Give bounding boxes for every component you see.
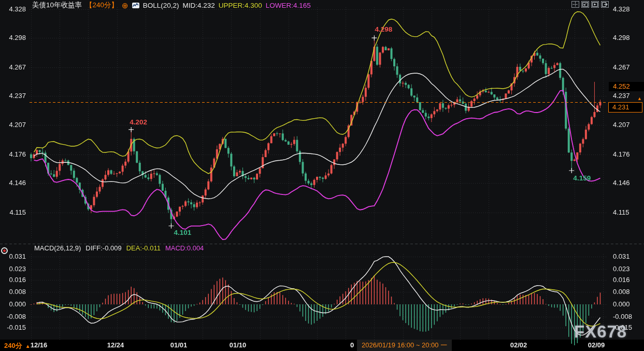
macd-dea-value: DEA:-0.011 bbox=[126, 244, 161, 252]
price-axis-tick: 4.176 bbox=[0, 150, 26, 159]
chart-app-window: 美债10年收益率 【240分】 ⊕ BOLL(20,2) MID:4.232 U… bbox=[0, 0, 644, 351]
price-axis-tick: 4.146 bbox=[0, 179, 26, 187]
chart-type-icon[interactable] bbox=[132, 3, 139, 8]
macd-axis-tick: -0.015 bbox=[0, 324, 26, 332]
boll-label[interactable]: BOLL(20,2) bbox=[143, 2, 179, 9]
last-price-marker: 4.231 bbox=[608, 102, 642, 113]
boll-upper-value: UPPER:4.300 bbox=[219, 2, 262, 9]
price-axis-tick: 4.298 bbox=[613, 34, 630, 42]
price-axis-tick: 4.237 bbox=[0, 92, 26, 100]
price-axis-tick: 4.267 bbox=[0, 63, 26, 72]
macd-axis-tick: 0.023 bbox=[0, 265, 26, 273]
x-axis-date-label: 02/09 bbox=[588, 341, 605, 349]
x-axis-date-label: 12/24 bbox=[107, 341, 124, 349]
price-annotation: 4.202 bbox=[130, 118, 147, 126]
price-axis-tick: 4.207 bbox=[613, 121, 630, 129]
x-axis-date-label: 12/16 bbox=[31, 341, 48, 349]
price-annotation: 4.159 bbox=[573, 174, 591, 182]
chart-canvas[interactable] bbox=[0, 0, 644, 351]
price-axis-tick: 4.207 bbox=[0, 121, 26, 129]
price-axis-tick: 4.115 bbox=[613, 208, 629, 217]
macd-axis-tick: -0.008 bbox=[0, 313, 26, 321]
move-icon[interactable] bbox=[571, 1, 579, 8]
latest-bar-arrow-icon[interactable]: ▲ bbox=[637, 96, 642, 101]
crosshair-datetime-box: 2026/01/19 16:00 ~ 20:00 一 bbox=[357, 340, 452, 351]
chart-toolbar bbox=[571, 1, 609, 8]
boll-lower-value: LOWER:4.165 bbox=[266, 2, 311, 9]
macd-axis-tick: 0.016 bbox=[0, 276, 26, 284]
price-axis-tick: 4.176 bbox=[613, 150, 630, 159]
price-axis-tick: 4.115 bbox=[0, 208, 26, 217]
price-axis-tick: 4.328 bbox=[613, 5, 630, 13]
macd-name-label[interactable]: MACD(26,12,9) bbox=[34, 244, 81, 252]
macd-axis-tick: -0.008 bbox=[613, 313, 632, 321]
macd-axis-tick: 0.023 bbox=[613, 265, 630, 273]
macd-axis-tick: 0.016 bbox=[613, 276, 630, 284]
x-axis-date-label: 01/01 bbox=[170, 341, 188, 349]
macd-axis-tick: 0.008 bbox=[0, 288, 26, 296]
panel-export-icon[interactable] bbox=[601, 1, 609, 8]
macd-header: MACD(26,12,9) DIFF:-0.009 DEA:-0.011 MAC… bbox=[34, 244, 204, 252]
macd-axis-tick: 0.031 bbox=[613, 252, 630, 261]
timeframe-dropdown-icon: ▲ bbox=[25, 343, 31, 349]
timeframe-selector[interactable]: 240分 ▲ bbox=[4, 341, 31, 350]
price-axis-tick: 4.267 bbox=[613, 63, 630, 72]
add-indicator-icon[interactable]: ⊕ bbox=[122, 2, 128, 9]
chart-header: 美债10年收益率 【240分】 ⊕ BOLL(20,2) MID:4.232 U… bbox=[32, 1, 311, 10]
time-axis-bar: 240分 ▲ 0 2026/01/19 16:00 ~ 20:00 一 12/1… bbox=[0, 340, 644, 351]
timeframe-label[interactable]: 【240分】 bbox=[85, 1, 118, 10]
symbol-title: 美债10年收益率 bbox=[32, 1, 82, 10]
price-axis-tick: 4.298 bbox=[0, 34, 26, 42]
macd-macd-value: MACD:0.004 bbox=[165, 244, 204, 252]
macd-axis-tick: 0.000 bbox=[613, 300, 630, 308]
x-axis-date-label: 01/10 bbox=[230, 341, 247, 349]
record-dot-icon[interactable] bbox=[1, 247, 8, 254]
macd-axis-tick: 0.008 bbox=[613, 288, 630, 296]
price-axis-tick: 4.237 bbox=[613, 92, 630, 100]
macd-diff-value: DIFF:-0.009 bbox=[85, 244, 121, 252]
price-annotation: 4.101 bbox=[174, 229, 192, 236]
timeframe-selector-label: 240分 bbox=[4, 341, 22, 350]
x-axis-date-label: 02/02 bbox=[510, 341, 527, 349]
panel-play-icon[interactable] bbox=[591, 1, 599, 8]
boll-mid-value: MID:4.232 bbox=[182, 2, 214, 9]
macd-axis-tick: 0.000 bbox=[0, 300, 26, 308]
price-axis-tick: 4.328 bbox=[0, 5, 26, 13]
panel-corner-arrow-icon[interactable] bbox=[581, 1, 589, 8]
price-axis-tick: 4.146 bbox=[613, 179, 630, 187]
session-high-marker: 4.252 bbox=[609, 82, 644, 91]
watermark: FX678 bbox=[574, 322, 627, 342]
partial-date-label: 0 bbox=[350, 341, 354, 349]
price-annotation: 4.298 bbox=[375, 25, 392, 33]
